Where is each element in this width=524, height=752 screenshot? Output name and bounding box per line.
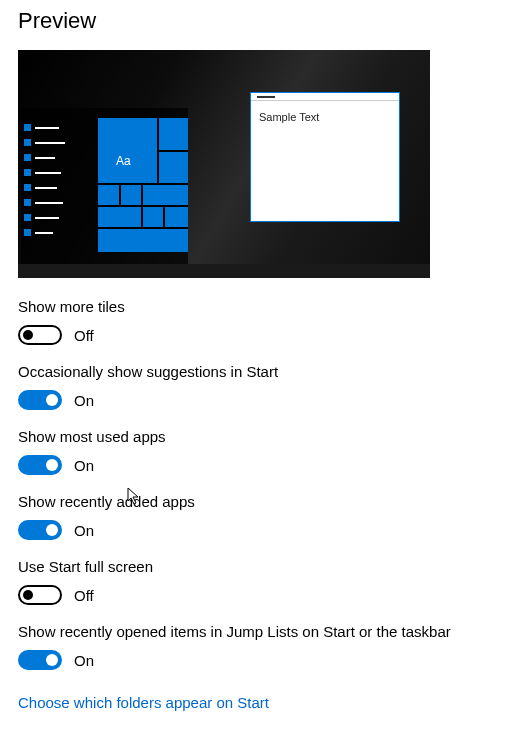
label-jump-lists: Show recently opened items in Jump Lists… (18, 623, 506, 640)
link-choose-folders[interactable]: Choose which folders appear on Start (18, 694, 269, 711)
section-title: Preview (18, 8, 506, 34)
preview-window-text: Sample Text (251, 101, 399, 133)
label-most-used: Show most used apps (18, 428, 506, 445)
label-full-screen: Use Start full screen (18, 558, 506, 575)
state-recently-added: On (74, 522, 94, 539)
preview-tile-label: Aa (116, 154, 131, 168)
state-show-more-tiles: Off (74, 327, 94, 344)
toggle-most-used[interactable] (18, 455, 62, 475)
toggle-suggestions[interactable] (18, 390, 62, 410)
toggle-show-more-tiles[interactable] (18, 325, 62, 345)
preview-window: Sample Text (250, 92, 400, 222)
preview-tiles: Aa (98, 118, 188, 252)
start-preview: Aa Sample Text (18, 50, 430, 278)
state-jump-lists: On (74, 652, 94, 669)
label-show-more-tiles: Show more tiles (18, 298, 506, 315)
toggle-jump-lists[interactable] (18, 650, 62, 670)
preview-start-panel: Aa (21, 108, 188, 264)
state-full-screen: Off (74, 587, 94, 604)
state-most-used: On (74, 457, 94, 474)
label-suggestions: Occasionally show suggestions in Start (18, 363, 506, 380)
toggle-full-screen[interactable] (18, 585, 62, 605)
state-suggestions: On (74, 392, 94, 409)
toggle-recently-added[interactable] (18, 520, 62, 540)
label-recently-added: Show recently added apps (18, 493, 506, 510)
